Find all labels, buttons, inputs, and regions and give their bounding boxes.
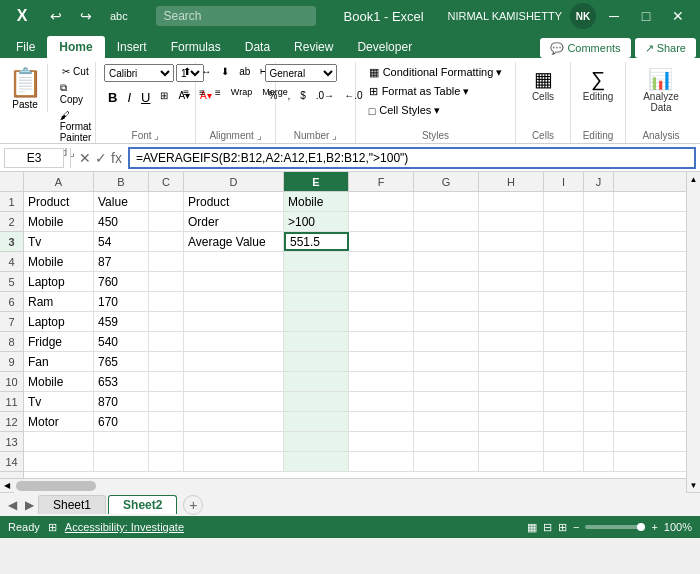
- italic-button[interactable]: I: [123, 88, 135, 107]
- cell-d14[interactable]: [184, 452, 284, 471]
- cell-b8[interactable]: 540: [94, 332, 149, 351]
- cell-f13[interactable]: [349, 432, 414, 451]
- underline-button[interactable]: U: [137, 88, 154, 107]
- cell-b6[interactable]: 170: [94, 292, 149, 311]
- cell-a12[interactable]: Motor: [24, 412, 94, 431]
- cell-g3[interactable]: [414, 232, 479, 251]
- view-break-icon[interactable]: ⊞: [558, 521, 567, 534]
- cell-a2[interactable]: Mobile: [24, 212, 94, 231]
- cell-d12[interactable]: [184, 412, 284, 431]
- increase-decimal-button[interactable]: .0→: [312, 88, 338, 103]
- formula-cancel-icon[interactable]: ✕: [79, 150, 91, 166]
- row-header-6[interactable]: 6: [0, 292, 23, 312]
- paste-button[interactable]: 📋 Paste: [4, 64, 48, 112]
- close-button[interactable]: ✕: [664, 2, 692, 30]
- border-button[interactable]: ⊞: [156, 88, 172, 107]
- cell-e12[interactable]: [284, 412, 349, 431]
- cell-b13[interactable]: [94, 432, 149, 451]
- user-avatar[interactable]: NK: [570, 3, 596, 29]
- cell-g9[interactable]: [414, 352, 479, 371]
- cell-j13[interactable]: [584, 432, 614, 451]
- col-header-f[interactable]: F: [349, 172, 414, 191]
- sheet-nav-right[interactable]: ▶: [21, 496, 38, 514]
- row-header-11[interactable]: 11: [0, 392, 23, 412]
- cell-f10[interactable]: [349, 372, 414, 391]
- cell-d5[interactable]: [184, 272, 284, 291]
- col-header-j[interactable]: J: [584, 172, 614, 191]
- cell-f5[interactable]: [349, 272, 414, 291]
- cell-i13[interactable]: [544, 432, 584, 451]
- view-normal-icon[interactable]: ▦: [527, 521, 537, 534]
- cell-h8[interactable]: [479, 332, 544, 351]
- row-header-4[interactable]: 4: [0, 252, 23, 272]
- cell-h2[interactable]: [479, 212, 544, 231]
- zoom-level[interactable]: 100%: [664, 521, 692, 533]
- cell-a9[interactable]: Fan: [24, 352, 94, 371]
- cell-e8[interactable]: [284, 332, 349, 351]
- cell-c11[interactable]: [149, 392, 184, 411]
- copy-button[interactable]: ⧉ Copy: [56, 80, 96, 107]
- cell-b9[interactable]: 765: [94, 352, 149, 371]
- scroll-left-button[interactable]: ◀: [0, 479, 14, 493]
- cell-j5[interactable]: [584, 272, 614, 291]
- cell-c4[interactable]: [149, 252, 184, 271]
- cell-f4[interactable]: [349, 252, 414, 271]
- cell-f11[interactable]: [349, 392, 414, 411]
- undo-button[interactable]: ↩: [42, 2, 70, 30]
- cell-b3[interactable]: 54: [94, 232, 149, 251]
- cell-d1[interactable]: Product: [184, 192, 284, 211]
- cell-e1[interactable]: Mobile: [284, 192, 349, 211]
- autosave-toggle[interactable]: abc: [106, 2, 132, 30]
- add-sheet-button[interactable]: +: [183, 495, 203, 515]
- cell-d8[interactable]: [184, 332, 284, 351]
- row-header-12[interactable]: 12: [0, 412, 23, 432]
- cell-g11[interactable]: [414, 392, 479, 411]
- row-header-5[interactable]: 5: [0, 272, 23, 292]
- comments-button[interactable]: 💬 Comments: [540, 38, 630, 58]
- cell-d10[interactable]: [184, 372, 284, 391]
- cell-f7[interactable]: [349, 312, 414, 331]
- cell-e10[interactable]: [284, 372, 349, 391]
- row-header-13[interactable]: 13: [0, 432, 23, 452]
- cell-g4[interactable]: [414, 252, 479, 271]
- cell-i4[interactable]: [544, 252, 584, 271]
- cell-d4[interactable]: [184, 252, 284, 271]
- cell-h10[interactable]: [479, 372, 544, 391]
- col-header-h[interactable]: H: [479, 172, 544, 191]
- cell-styles-button[interactable]: □ Cell Styles ▾: [363, 102, 509, 119]
- cell-h6[interactable]: [479, 292, 544, 311]
- col-header-d[interactable]: D: [184, 172, 284, 191]
- format-painter-button[interactable]: 🖌 Format Painter: [56, 108, 96, 145]
- cell-i6[interactable]: [544, 292, 584, 311]
- title-search-input[interactable]: [156, 6, 316, 26]
- tab-formulas[interactable]: Formulas: [159, 36, 233, 58]
- cell-a8[interactable]: Fridge: [24, 332, 94, 351]
- cell-f12[interactable]: [349, 412, 414, 431]
- tab-developer[interactable]: Developer: [345, 36, 424, 58]
- zoom-out-icon[interactable]: −: [573, 521, 579, 533]
- cell-a7[interactable]: Laptop: [24, 312, 94, 331]
- bold-button[interactable]: B: [104, 88, 121, 107]
- align-top-button[interactable]: ⬆: [179, 64, 195, 79]
- cell-d11[interactable]: [184, 392, 284, 411]
- cell-h13[interactable]: [479, 432, 544, 451]
- sheet-tab-sheet1[interactable]: Sheet1: [38, 495, 106, 514]
- cell-c8[interactable]: [149, 332, 184, 351]
- cell-a6[interactable]: Ram: [24, 292, 94, 311]
- cell-c10[interactable]: [149, 372, 184, 391]
- cell-a10[interactable]: Mobile: [24, 372, 94, 391]
- row-header-7[interactable]: 7: [0, 312, 23, 332]
- cell-i11[interactable]: [544, 392, 584, 411]
- tab-review[interactable]: Review: [282, 36, 345, 58]
- cell-f2[interactable]: [349, 212, 414, 231]
- cell-d2[interactable]: Order: [184, 212, 284, 231]
- cell-f3[interactable]: [349, 232, 414, 251]
- comma-button[interactable]: ,: [283, 88, 294, 103]
- formula-text[interactable]: =AVERAGEIFS(B2:B12,A2:A12,E1,B2:B12,">10…: [136, 151, 408, 165]
- zoom-in-icon[interactable]: +: [651, 521, 657, 533]
- cell-f6[interactable]: [349, 292, 414, 311]
- cell-g1[interactable]: [414, 192, 479, 211]
- cell-h1[interactable]: [479, 192, 544, 211]
- redo-button[interactable]: ↪: [72, 2, 100, 30]
- number-format-select[interactable]: General: [265, 64, 337, 82]
